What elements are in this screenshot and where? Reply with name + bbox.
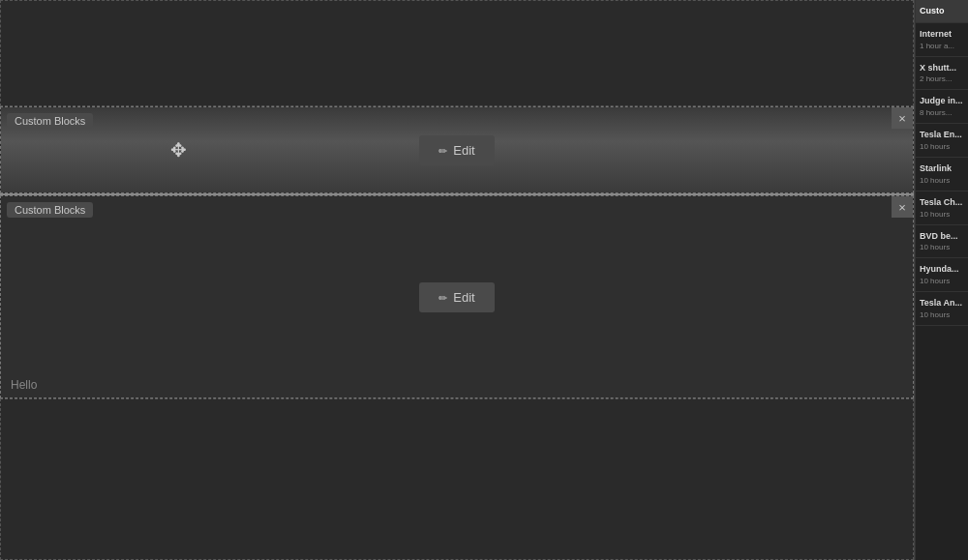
custom-block-1: Custom Blocks × Edit [0, 106, 914, 193]
sidebar-item-2[interactable]: Judge in... 8 hours... [916, 90, 968, 124]
pencil-icon-2 [439, 290, 447, 305]
sidebar-item-4[interactable]: Starlink 10 hours [916, 158, 968, 192]
sidebar-item-5-time: 10 hours [920, 210, 964, 219]
sidebar-item-6-title: BVD be... [920, 231, 964, 242]
close-block-2-button[interactable]: × [892, 196, 913, 218]
block-1-inner: Edit [1, 107, 913, 192]
top-panel [0, 0, 914, 106]
sidebar-item-7-time: 10 hours [920, 277, 964, 285]
sidebar-item-3[interactable]: Tesla En... 10 hours [916, 124, 968, 158]
edit-block-1-label: Edit [453, 143, 474, 158]
custom-block-2: Custom Blocks × Edit Hello [0, 195, 914, 398]
sidebar-item-8-title: Tesla An... [920, 298, 964, 309]
sidebar-item-4-title: Starlink [920, 163, 964, 174]
sidebar-item-3-title: Tesla En... [920, 130, 964, 140]
sidebar-item-1[interactable]: X shutt... 2 hours... [916, 57, 968, 91]
sidebar-item-5[interactable]: Tesla Ch... 10 hours [916, 192, 968, 225]
sidebar-item-7[interactable]: Hyunda... 10 hours [916, 258, 968, 292]
sidebar-item-7-title: Hyunda... [920, 264, 964, 275]
main-content: Custom Blocks × Edit Custom Blocks × Edi… [0, 0, 915, 560]
sidebar-item-top[interactable]: Custo [916, 0, 968, 23]
sidebar-item-6-time: 10 hours [920, 243, 964, 251]
sidebar-item-0[interactable]: Internet 1 hour a... [916, 23, 968, 57]
sidebar-item-0-time: 1 hour a... [920, 42, 964, 50]
hello-text: Hello [11, 378, 37, 392]
sidebar-item-8-time: 10 hours [920, 310, 964, 319]
sidebar-item-2-title: Judge in... [920, 96, 964, 106]
edit-block-2-label: Edit [453, 290, 474, 305]
sidebar-item-1-time: 2 hours... [920, 74, 964, 83]
close-block-1-button[interactable]: × [892, 107, 913, 129]
pencil-icon-1 [439, 143, 447, 158]
sidebar-item-0-title: Internet [920, 29, 964, 40]
sidebar-item-3-time: 10 hours [920, 142, 964, 151]
block-1-label: Custom Blocks [7, 113, 93, 129]
sidebar-item-4-time: 10 hours [920, 176, 964, 185]
sidebar-item-5-title: Tesla Ch... [920, 197, 964, 208]
move-handle-1[interactable] [170, 138, 187, 162]
bottom-panel [0, 398, 914, 560]
block-2-label: Custom Blocks [7, 202, 93, 218]
sidebar-top-title: Custo [920, 6, 964, 16]
block-2-inner: Edit Hello [1, 196, 913, 398]
sidebar-item-1-title: X shutt... [920, 63, 964, 74]
sidebar: Custo Internet 1 hour a... X shutt... 2 … [915, 0, 968, 560]
edit-block-1-button[interactable]: Edit [419, 135, 494, 165]
sidebar-item-8[interactable]: Tesla An... 10 hours [916, 292, 968, 326]
sidebar-item-6[interactable]: BVD be... 10 hours [916, 225, 968, 259]
edit-block-2-button[interactable]: Edit [419, 282, 494, 312]
sidebar-item-2-time: 8 hours... [920, 108, 964, 117]
